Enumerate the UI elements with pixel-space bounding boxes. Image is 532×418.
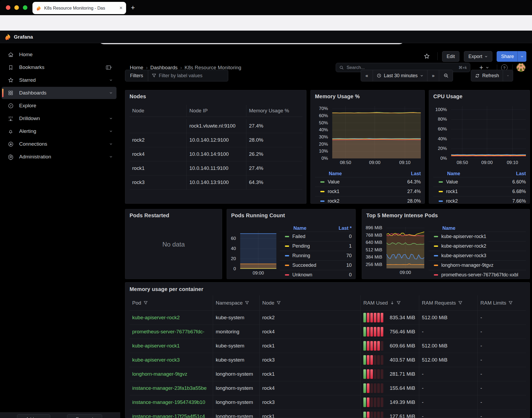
filters-label[interactable]: Filters <box>125 70 148 81</box>
legend-series-name[interactable]: Pending <box>292 243 310 249</box>
pod-link[interactable]: instance-manager-19547439b10 <box>132 399 205 405</box>
legend-header-last[interactable]: Last <box>411 171 421 177</box>
avatar[interactable] <box>517 63 525 72</box>
legend-series-name[interactable]: Value <box>328 179 340 185</box>
star-dashboard-icon[interactable] <box>423 53 430 60</box>
ram-used-gauge <box>363 355 383 365</box>
sidebar-item-starred[interactable]: Starred <box>2 74 117 86</box>
gauge-segment <box>377 369 380 379</box>
new-tab-button[interactable]: + <box>131 3 135 12</box>
grafana-logo[interactable] <box>4 33 11 40</box>
refresh-interval-button[interactable] <box>503 70 513 81</box>
plot-area[interactable] <box>240 231 276 269</box>
sidebar-item-dashboards[interactable]: Dashboards <box>2 87 117 99</box>
filter-funnel-icon[interactable] <box>277 301 281 305</box>
legend-series-name[interactable]: rock2 <box>328 198 339 204</box>
tab-close-icon[interactable]: ✕ <box>119 6 123 10</box>
filter-funnel-icon[interactable] <box>509 301 513 305</box>
time-shift-forward-button[interactable]: » <box>427 70 439 81</box>
legend-series-name[interactable]: kube-apiserver-rock3 <box>441 253 486 259</box>
sort-desc-icon[interactable] <box>390 301 394 305</box>
plot-area[interactable] <box>386 227 424 268</box>
legend-header-name[interactable]: Name <box>293 226 306 231</box>
legend-header-name[interactable]: Name <box>447 171 460 177</box>
pod-link[interactable]: longhorn-manager-9tgvz <box>132 371 187 377</box>
x-tick-label: 09:10 <box>507 160 518 165</box>
refresh-button[interactable]: Refresh <box>471 70 503 81</box>
legend-series-name[interactable]: Succeeded <box>292 263 316 268</box>
add-query-button[interactable]: +Add query <box>17 414 50 418</box>
pod-link[interactable]: prometheus-server-7677b67fdc- <box>132 329 204 335</box>
edit-button[interactable]: Edit <box>442 51 459 62</box>
column-header-pod[interactable]: Pod <box>130 295 213 311</box>
pod-link[interactable]: kube-apiserver-rock2 <box>132 315 180 321</box>
legend-series-name[interactable]: kube-apiserver-rock2 <box>441 243 486 249</box>
share-button[interactable]: Share <box>497 51 518 62</box>
export-button[interactable]: Export <box>464 51 492 62</box>
sidebar-item-drilldown[interactable]: Drilldown <box>2 112 117 125</box>
nodes-table-cell: 10.0.140.12:9100 <box>187 133 246 147</box>
legend-series-name[interactable]: Value <box>446 179 458 185</box>
column-header-ram-requests[interactable]: RAM Requests <box>419 295 478 311</box>
close-window-button[interactable] <box>6 5 10 10</box>
column-header-namespace[interactable]: Namespace <box>213 295 260 311</box>
expression-button[interactable]: +Expression <box>67 414 102 418</box>
filter-input[interactable]: Filter by label values <box>148 70 228 81</box>
legend-header-name[interactable]: Name <box>442 226 455 231</box>
maximize-window-button[interactable] <box>23 5 27 10</box>
legend-series-name[interactable]: prometheus-server-7677b67fdc-xxbl <box>441 272 518 278</box>
zoom-out-button[interactable] <box>439 70 453 81</box>
chevron-down-icon[interactable] <box>109 91 113 95</box>
legend-series-name[interactable]: kube-apiserver-rock1 <box>441 234 486 239</box>
minimize-window-button[interactable] <box>14 5 19 10</box>
ram-used-cell: 609.66 MiB <box>361 339 419 353</box>
chevron-down-icon[interactable] <box>109 129 113 133</box>
column-header-node[interactable]: Node <box>260 295 361 311</box>
filter-funnel-icon[interactable] <box>397 301 401 305</box>
gauge-segment <box>374 383 376 393</box>
sidebar-item-label: Bookmarks <box>19 64 104 70</box>
column-header-node-ip[interactable]: Node IP <box>187 105 246 117</box>
legend-series-name[interactable]: Failed <box>292 234 305 239</box>
pod-link[interactable]: instance-manager-23fa1b3a55be <box>132 385 207 391</box>
column-header-ram-used[interactable]: RAM Used <box>361 295 419 311</box>
column-header-memory-usage-[interactable]: Memory Usage % <box>246 105 302 117</box>
time-range-picker[interactable]: Last 30 minutes <box>373 70 427 81</box>
sidebar-item-bookmarks[interactable]: Bookmarks <box>2 61 117 73</box>
filter-funnel-icon[interactable] <box>458 301 462 305</box>
pod-link[interactable]: kube-apiserver-rock1 <box>132 343 180 349</box>
sidebar-item-connections[interactable]: Connections <box>2 138 117 150</box>
chevron-down-icon[interactable] <box>109 117 113 120</box>
chevron-down-icon <box>485 66 489 69</box>
column-header-node[interactable]: Node <box>130 105 187 117</box>
legend-series-name[interactable]: longhorn-manager-9tgvz <box>441 263 493 268</box>
pod-link[interactable]: kube-apiserver-rock3 <box>132 357 180 363</box>
sidebar-item-explore[interactable]: Explore <box>2 100 117 112</box>
legend-header-name[interactable]: Name <box>329 171 342 177</box>
search-placeholder: Search... <box>347 65 456 70</box>
filter-funnel-icon[interactable] <box>245 301 249 305</box>
sidebar-item-home[interactable]: Home <box>2 48 117 61</box>
legend-series-name[interactable]: Running <box>292 253 310 259</box>
column-header-ram-limits[interactable]: RAM Limits <box>478 295 526 311</box>
sidebar-item-administration[interactable]: Administration <box>2 151 117 163</box>
legend-series-name[interactable]: rock2 <box>446 198 458 204</box>
legend-series-name[interactable]: Unknown <box>292 272 312 278</box>
legend-header-last[interactable]: Last <box>516 171 526 177</box>
plot-area[interactable] <box>332 106 421 158</box>
chevron-down-icon[interactable] <box>109 142 113 146</box>
pod-link[interactable]: instance-manager-17f25a4f51c4 <box>132 413 205 418</box>
share-dropdown-button[interactable] <box>517 51 526 62</box>
legend-header-last[interactable]: Last * <box>339 226 352 231</box>
time-shift-back-button[interactable]: « <box>361 70 373 81</box>
legend-series-name[interactable]: rock1 <box>446 189 458 194</box>
chevron-down-icon[interactable] <box>109 155 113 159</box>
browser-tab[interactable]: K8s Resource Monitoring - Das ✕ <box>32 2 126 14</box>
y-tick-label: 640 MiB <box>366 240 382 245</box>
filter-funnel-icon[interactable] <box>144 301 148 305</box>
legend-series-name[interactable]: rock1 <box>328 189 339 194</box>
sidebar-item-alerting[interactable]: Alerting <box>2 125 117 137</box>
plot-area[interactable] <box>451 106 526 158</box>
chevron-down-icon[interactable] <box>109 65 113 69</box>
chevron-down-icon[interactable] <box>109 78 113 82</box>
